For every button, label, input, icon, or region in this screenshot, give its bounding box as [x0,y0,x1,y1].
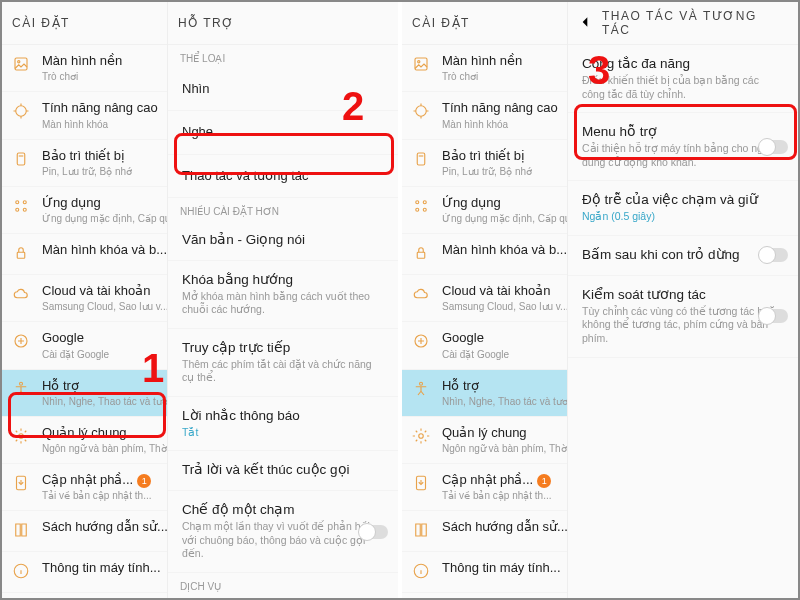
sidebar-item-cloud[interactable]: Cloud và tài khoảnSamsung Cloud, Sao lưu… [402,275,567,322]
settings-sidebar: CÀI ĐẶT Màn hình nềnTrò chơiTính năng nâ… [2,2,168,598]
svg-point-7 [16,201,19,204]
sidebar-item-apps[interactable]: Ứng dụngỨng dụng mặc định, Cấp qu... [402,187,567,234]
sidebar-item-label: Cập nhật phầ...1 [442,472,557,488]
settings-item-title: Chế độ một chạm [182,502,384,519]
sidebar-item-label: Google [42,330,157,346]
svg-point-4 [16,106,27,117]
sidebar-item-sub: Trò chơi [442,70,557,83]
sidebar-item-google[interactable]: GoogleCài đặt Google [402,322,567,369]
sidebar-item-label: Màn hình nền [442,53,557,69]
svg-rect-11 [17,252,25,258]
svg-rect-5 [17,153,25,165]
sidebar-item-sub: Pin, Lưu trữ, Bộ nhớ [42,165,157,178]
sidebar-item-general[interactable]: Quản lý chungNgôn ngữ và bàn phím, Thờ..… [2,417,167,464]
svg-point-32 [420,382,423,385]
settings-item-title: Menu hỗ trợ [582,124,784,141]
sidebar-item-wallpaper[interactable]: Màn hình nềnTrò chơi [402,45,567,92]
sidebar-item-maintenance[interactable]: Bảo trì thiết bịPin, Lưu trữ, Bộ nhớ [2,140,167,187]
toggle-switch[interactable] [360,525,388,539]
settings-item[interactable]: Khóa bằng hướngMở khóa màn hình bằng các… [168,261,398,329]
sidebar-item-label: Tính năng nâng cao [442,100,558,116]
settings-item-sub: Chạm một lần thay vì vuốt để phản hồi vớ… [182,520,384,561]
category-item[interactable]: Nghe [168,111,398,154]
svg-rect-30 [417,252,425,258]
settings-item[interactable]: Độ trễ của việc chạm và giữNgắn (0.5 giâ… [568,181,798,236]
settings-item-sub: Mở khóa màn hình bằng cách vuốt theo chu… [182,290,384,317]
dexterity-panel: THAO TÁC VÀ TƯƠNG TÁC Công tắc đa năngĐi… [568,2,798,598]
sidebar-item-accessibility[interactable]: Hỗ trợNhìn, Nghe, Thao tác và tươ... [2,370,167,417]
sidebar-item-info[interactable]: Thông tin máy tính... [2,552,167,593]
sidebar-item-label: Cloud và tài khoản [442,283,568,299]
settings-item-sub: Ngắn (0.5 giây) [582,210,784,224]
sidebar-item-manual[interactable]: Sách hướng dẫn sử... [2,511,167,552]
screenshot-2: CÀI ĐẶT Màn hình nềnTrò chơiTính năng nâ… [402,2,798,598]
settings-item-title: Trả lời và kết thúc cuộc gọi [182,462,384,479]
back-icon[interactable] [578,14,594,33]
sidebar-item-sub: Màn hình khóa [42,118,158,131]
sidebar-item-apps[interactable]: Ứng dụngỨng dụng mặc định, Cấp qu... [2,187,167,234]
sidebar-item-advanced[interactable]: Tính năng nâng caoMàn hình khóa [402,92,567,139]
settings-header-2: CÀI ĐẶT [402,2,567,45]
sidebar-item-sub: Ứng dụng mặc định, Cấp qu... [42,212,168,225]
sidebar-item-sub: Pin, Lưu trữ, Bộ nhớ [442,165,557,178]
sidebar-item-label: Bảo trì thiết bị [442,148,557,164]
sidebar-item-label: Màn hình khóa và b... [42,242,167,258]
settings-item-title: Kiểm soát tương tác [582,287,784,304]
settings-item-title: Công tắc đa năng [582,56,784,73]
sidebar-item-google[interactable]: GoogleCài đặt Google [2,322,167,369]
sidebar-item-sub: Trò chơi [42,70,157,83]
manual-icon [12,521,34,543]
toggle-switch[interactable] [760,309,788,323]
sidebar-item-lockscreen[interactable]: Màn hình khóa và b... [2,234,167,275]
update-badge: 1 [137,474,151,488]
wallpaper-icon [412,55,434,77]
sidebar-item-label: Quản lý chung [442,425,568,441]
sidebar-item-sub: Ngôn ngữ và bàn phím, Thờ... [442,442,568,455]
category-item[interactable]: Nhìn [168,68,398,111]
info-icon [412,562,434,584]
settings-item[interactable]: Công tắc đa năngĐiều khiển thiết bị của … [568,45,798,113]
sidebar-item-manual[interactable]: Sách hướng dẫn sử... [402,511,567,552]
category-item[interactable]: Thao tác và tương tác [168,155,398,198]
settings-title: CÀI ĐẶT [12,16,70,30]
sidebar-item-label: Ứng dụng [42,195,168,211]
sidebar-item-label: Thông tin máy tính... [442,560,561,576]
svg-point-33 [419,434,424,439]
sidebar-item-general[interactable]: Quản lý chungNgôn ngữ và bàn phím, Thờ..… [402,417,567,464]
settings-item[interactable]: Văn bản - Giọng nói [168,221,398,261]
sidebar-item-label: Quản lý chung [42,425,168,441]
sidebar-item-accessibility[interactable]: Hỗ trợNhìn, Nghe, Thao tác và tươ... [402,370,567,417]
sidebar-item-label: Hỗ trợ [442,378,568,394]
svg-point-9 [16,208,19,211]
toggle-switch[interactable] [760,248,788,262]
toggle-switch[interactable] [760,140,788,154]
settings-item[interactable]: Bấm sau khi con trỏ dừng [568,236,798,276]
sidebar-item-wallpaper[interactable]: Màn hình nềnTrò chơi [2,45,167,92]
svg-point-27 [423,201,426,204]
sidebar-item-lockscreen[interactable]: Màn hình khóa và b... [402,234,567,275]
settings-item-title: Văn bản - Giọng nói [182,232,384,249]
sidebar-item-cloud[interactable]: Cloud và tài khoảnSamsung Cloud, Sao lưu… [2,275,167,322]
sidebar-item-maintenance[interactable]: Bảo trì thiết bịPin, Lưu trữ, Bộ nhớ [402,140,567,187]
google-icon [12,332,34,354]
settings-item[interactable]: Chế độ một chạmChạm một lần thay vì vuốt… [168,491,398,573]
accessibility-panel: HỖ TRỢ THỂ LOẠI NhìnNgheThao tác và tươn… [168,2,398,598]
settings-item[interactable]: Kiểm soát tương tácTùy chỉnh các vùng có… [568,276,798,358]
svg-point-28 [416,208,419,211]
sidebar-item-advanced[interactable]: Tính năng nâng caoMàn hình khóa [2,92,167,139]
sidebar-item-update[interactable]: Cập nhật phầ...1Tải về bản cập nhật th..… [402,464,567,511]
settings-item[interactable]: Trả lời và kết thúc cuộc gọi [168,451,398,491]
google-icon [412,332,434,354]
more-settings-label: NHIỀU CÀI ĐẶT HƠN [168,198,398,221]
settings-item[interactable]: Truy cập trực tiếpThêm các phím tắt cài … [168,329,398,397]
sidebar-item-label: Ứng dụng [442,195,568,211]
settings-item[interactable]: Menu hỗ trợCải thiện hỗ trợ máy tính bản… [568,113,798,181]
info-icon [12,562,34,584]
sidebar-item-sub: Samsung Cloud, Sao lưu v... [42,300,168,313]
sidebar-item-update[interactable]: Cập nhật phầ...1Tải về bản cập nhật th..… [2,464,167,511]
sidebar-item-label: Hỗ trợ [42,378,168,394]
advanced-icon [12,102,34,124]
settings-item[interactable]: Lời nhắc thông báoTắt [168,397,398,452]
svg-point-13 [20,382,23,385]
sidebar-item-info[interactable]: Thông tin máy tính... [402,552,567,593]
